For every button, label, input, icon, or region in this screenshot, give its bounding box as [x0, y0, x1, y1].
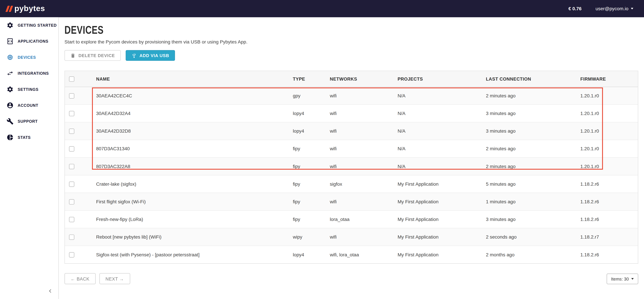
device-type-cell: lopy4 [292, 122, 329, 140]
row-checkbox-cell [65, 87, 90, 104]
topbar-right: € 0.76 user@pycom.io [568, 6, 634, 11]
sidebar-item-integrations[interactable]: INTEGRATIONS [0, 65, 58, 81]
chevron-down-icon [631, 278, 634, 280]
device-name-cell: 30AEA42D32A4 [90, 104, 292, 122]
table-row[interactable]: 807D3AC31340 fipy wifi N/A 2 minutes ago… [65, 140, 638, 158]
sidebar-item-label: STATS [18, 135, 31, 140]
row-checkbox[interactable] [69, 182, 74, 187]
device-last-connection-cell: 2 minutes ago [485, 140, 580, 158]
row-checkbox-cell [65, 104, 90, 122]
device-name-cell: 807D3AC31340 [90, 140, 292, 158]
account-balance: € 0.76 [568, 6, 582, 11]
delete-device-button[interactable]: DELETE DEVICE [64, 50, 120, 61]
column-header-name: NAME [90, 71, 292, 87]
row-checkbox[interactable] [69, 111, 74, 116]
device-firmware-cell: 1.20.1.r0 [580, 87, 638, 104]
device-table-body: 30AEA42CEC4C gpy wifi N/A 2 minutes ago … [65, 87, 638, 263]
page-title: DEVICES [64, 25, 638, 36]
pie-chart-icon [6, 134, 14, 141]
sidebar-item-devices[interactable]: DEVICES [0, 49, 58, 65]
brand[interactable]: pybytes [6, 4, 45, 13]
table-row[interactable]: 30AEA42D32D8 lopy4 wifi N/A 3 minutes ag… [65, 122, 638, 140]
main-content: DEVICES Start to explore the Pycom devic… [59, 17, 644, 299]
device-networks-cell: wifi [329, 193, 397, 210]
applications-icon [6, 38, 14, 45]
device-name-cell: Fresh-new-fipy (LoRa) [90, 210, 292, 228]
sidebar-item-stats[interactable]: STATS [0, 130, 58, 146]
device-networks-cell: wifi [329, 140, 397, 158]
device-name-cell: Reboot [new pybytes lib] (WiFi) [90, 228, 292, 246]
device-projects-cell: N/A [397, 158, 485, 175]
table-row[interactable]: 30AEA42D32A4 lopy4 wifi N/A 3 minutes ag… [65, 104, 638, 122]
row-checkbox[interactable] [69, 128, 74, 134]
device-name-cell: 30AEA42D32D8 [90, 122, 292, 140]
row-checkbox[interactable] [69, 252, 74, 257]
person-icon [6, 102, 14, 109]
select-all-checkbox[interactable] [69, 76, 74, 82]
device-networks-cell: wifi [329, 158, 397, 175]
sidebar-item-settings[interactable]: SETTINGS [0, 81, 58, 97]
device-networks-cell: lora_otaa [329, 210, 397, 228]
sidebar-item-support[interactable]: SUPPORT [0, 113, 58, 129]
table-row[interactable]: Crater-lake (sigfox) fipy sigfox My Firs… [65, 175, 638, 193]
swap-arrows-icon [6, 70, 14, 77]
device-projects-cell: My First Application [397, 193, 485, 210]
column-header-type: TYPE [292, 71, 329, 87]
sidebar-item-label: APPLICATIONS [18, 39, 48, 44]
add-via-usb-button[interactable]: ADD VIA USB [126, 50, 175, 61]
sidebar-item-label: DEVICES [18, 55, 36, 60]
column-header-networks: NETWORKS [329, 71, 397, 87]
device-projects-cell: My First Application [397, 228, 485, 246]
sidebar-item-label: INTEGRATIONS [18, 71, 49, 76]
device-networks-cell: sigfox [329, 175, 397, 193]
sidebar-item-applications[interactable]: APPLICATIONS [0, 33, 58, 49]
device-type-cell: fipy [292, 158, 329, 175]
row-checkbox[interactable] [69, 164, 74, 169]
device-firmware-cell: 1.18.2.r6 [580, 210, 638, 228]
sidebar-item-label: SUPPORT [18, 119, 38, 124]
device-firmware-cell: 1.20.1.r0 [580, 140, 638, 158]
items-per-page-select[interactable]: Items: 30 [606, 273, 638, 284]
table-row[interactable]: First flight sigfox (Wi-Fi) fipy wifi My… [65, 193, 638, 210]
table-row[interactable]: Sigfox-test (with Pysense) - [pastoor pe… [65, 246, 638, 263]
row-checkbox[interactable] [69, 234, 74, 240]
table-row[interactable]: 30AEA42CEC4C gpy wifi N/A 2 minutes ago … [65, 87, 638, 104]
next-button[interactable]: NEXT → [100, 273, 130, 284]
column-header-last-connection: LAST CONNECTION [485, 71, 580, 87]
sidebar-item-getting-started[interactable]: GETTING STARTED [0, 17, 58, 33]
chip-icon [6, 54, 14, 61]
row-checkbox[interactable] [69, 217, 74, 222]
user-menu[interactable]: user@pycom.io [596, 6, 633, 11]
device-last-connection-cell: 2 minutes ago [485, 158, 580, 175]
table-row[interactable]: 807D3AC322A8 fipy wifi N/A 2 minutes ago… [65, 158, 638, 175]
device-last-connection-cell: 2 seconds ago [485, 228, 580, 246]
table-row[interactable]: Fresh-new-fipy (LoRa) fipy lora_otaa My … [65, 210, 638, 228]
device-networks-cell: wifi [329, 87, 397, 104]
row-checkbox-cell [65, 158, 90, 175]
column-header-projects: PROJECTS [397, 71, 485, 87]
row-checkbox-cell [65, 193, 90, 210]
device-projects-cell: N/A [397, 104, 485, 122]
sidebar-item-account[interactable]: ACCOUNT [0, 97, 58, 113]
device-projects-cell: My First Application [397, 175, 485, 193]
user-email: user@pycom.io [596, 6, 628, 11]
gear-icon [6, 22, 14, 29]
collapse-sidebar-button[interactable] [46, 287, 54, 295]
row-checkbox[interactable] [69, 93, 74, 98]
back-button[interactable]: ← BACK [64, 273, 96, 284]
device-firmware-cell: 1.20.1.r0 [580, 104, 638, 122]
device-last-connection-cell: 3 minutes ago [485, 122, 580, 140]
sidebar-item-label: GETTING STARTED [18, 23, 56, 28]
device-projects-cell: My First Application [397, 210, 485, 228]
table-row[interactable]: Reboot [new pybytes lib] (WiFi) wipy wif… [65, 228, 638, 246]
row-checkbox[interactable] [69, 146, 74, 152]
page-subtitle: Start to explore the Pycom devices by pr… [64, 39, 638, 45]
device-firmware-cell: 1.20.1.r0 [580, 122, 638, 140]
chevron-left-icon [48, 288, 53, 294]
sidebar-item-label: ACCOUNT [18, 103, 38, 108]
device-type-cell: fipy [292, 140, 329, 158]
device-firmware-cell: 1.20.1.r0 [580, 158, 638, 175]
row-checkbox[interactable] [69, 199, 74, 204]
device-type-cell: lopy4 [292, 104, 329, 122]
device-networks-cell: wifi [329, 122, 397, 140]
